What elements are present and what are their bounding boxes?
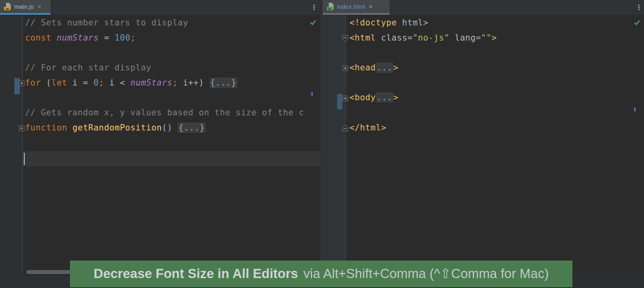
more-options-icon-left[interactable]: ⋮: [310, 2, 318, 13]
editor-tab-bar: JS main.js × ⋮ H index.html × ⋮: [0, 0, 644, 15]
code-line: [25, 45, 316, 60]
code-token: <!doctype: [349, 18, 397, 27]
code-line: <html class="no-js" lang="">: [349, 31, 636, 46]
code-line: <head...>: [349, 60, 636, 76]
code-line: function getRandomPosition() {...}: [25, 121, 316, 136]
banner-action-name: Decrease Font Size in All Editors: [94, 266, 298, 281]
code-token: class: [376, 33, 407, 43]
code-token: </html>: [349, 123, 386, 132]
fold-expand-icon-head[interactable]: [342, 65, 348, 71]
horizontal-scrollbar-thumb[interactable]: [26, 270, 71, 274]
fold-expand-icon-body[interactable]: [342, 95, 348, 101]
fold-expand-icon-function[interactable]: [19, 125, 25, 131]
code-token: >: [393, 63, 398, 72]
code-token: i <: [104, 78, 130, 88]
notification-banner: Decrease Font Size in All Editors via Al…: [70, 261, 572, 287]
code-token: ;: [130, 33, 136, 43]
inspections-ok-icon[interactable]: [309, 19, 317, 26]
gutter-main-js: [0, 15, 23, 275]
js-badge-label: JS: [5, 7, 9, 11]
inspections-ok-icon[interactable]: [633, 19, 641, 26]
code-token: <html: [349, 33, 376, 43]
close-icon[interactable]: ×: [37, 3, 41, 10]
code-line: for (let i = 0; i < numStars; i++) {...}: [25, 76, 316, 91]
fold-expand-icon-for-loop[interactable]: [19, 80, 25, 86]
code-line: // For each star display: [25, 60, 316, 76]
code-line: <body...>: [349, 90, 636, 105]
caret-line-highlight: [23, 151, 320, 166]
code-token: html>: [397, 18, 428, 27]
code-token: // Gets random x, y values based on the …: [25, 108, 304, 117]
fold-region-gutter-highlight: [337, 94, 342, 109]
javascript-file-icon: JS: [4, 2, 12, 11]
editor-index-html[interactable]: <!doctype html><html class="no-js" lang=…: [320, 15, 644, 272]
close-icon[interactable]: ×: [369, 3, 372, 10]
code-token: // For each star display: [25, 63, 151, 72]
code-token: getRandomPosition: [72, 123, 162, 132]
code-token: (: [41, 78, 52, 88]
code-token: 100: [114, 33, 130, 43]
code-token: (): [162, 123, 178, 132]
fold-collapse-icon-html-tag[interactable]: [342, 35, 349, 42]
folded-code-region[interactable]: {...}: [178, 123, 206, 133]
code-token: =: [407, 33, 413, 43]
code-token: const: [25, 33, 56, 43]
code-token: "": [481, 33, 492, 43]
code-line: const numStars = 100;: [25, 31, 316, 46]
text-caret: [24, 153, 25, 165]
code-token: ;: [99, 78, 104, 88]
tab-main-js[interactable]: JS main.js ×: [0, 0, 50, 13]
code-token: <body: [349, 93, 376, 102]
code-area-main-js[interactable]: // Sets number stars to displayconst num…: [25, 16, 316, 136]
code-line: </html>: [349, 121, 636, 136]
code-line: // Gets random x, y values based on the …: [25, 105, 316, 121]
folded-code-region[interactable]: ...: [376, 92, 393, 103]
code-token: <head: [349, 63, 376, 72]
error-stripe-mark[interactable]: [634, 107, 636, 111]
code-line: [349, 76, 636, 91]
folded-code-region[interactable]: ...: [376, 62, 393, 73]
html-file-icon: H: [326, 2, 334, 11]
code-token: i++): [178, 78, 209, 88]
editor-main-js[interactable]: // Sets number stars to displayconst num…: [0, 15, 320, 275]
error-stripe-mark[interactable]: [311, 92, 313, 96]
banner-shortcut-text: via Alt+Shift+Comma (^⇧Comma for Mac): [300, 266, 549, 281]
code-token: =: [99, 33, 114, 43]
code-token: >: [393, 93, 398, 102]
code-token: function: [25, 123, 72, 132]
code-token: for: [25, 78, 41, 88]
code-token: // Sets number stars to display: [25, 18, 188, 27]
code-token: =: [476, 33, 481, 43]
code-token: numStars: [130, 78, 173, 88]
code-token: lang: [450, 33, 476, 43]
code-token: 0: [93, 78, 99, 88]
code-token: i =: [67, 78, 93, 88]
code-token: ;: [173, 78, 178, 88]
folded-code-region[interactable]: {...}: [209, 78, 237, 88]
tab-label: index.html: [337, 3, 365, 10]
ide-window: JS main.js × ⋮ H index.html × ⋮ // Sets …: [0, 0, 644, 288]
code-line: // Sets number stars to display: [25, 16, 316, 31]
more-options-icon-right[interactable]: ⋮: [635, 2, 642, 13]
code-token: numStars: [56, 33, 99, 43]
code-line: [349, 45, 636, 60]
code-line: [349, 105, 636, 121]
code-token: let: [51, 78, 67, 88]
code-area-index-html[interactable]: <!doctype html><html class="no-js" lang=…: [349, 16, 636, 136]
code-token: "no-js": [413, 33, 450, 43]
html-badge-label: H: [329, 7, 331, 11]
code-token: >: [492, 33, 497, 43]
code-line: [25, 90, 316, 105]
tab-index-html[interactable]: H index.html ×: [323, 0, 390, 13]
gutter-index-html: [320, 15, 346, 272]
tab-label: main.js: [14, 3, 34, 10]
code-line: <!doctype html>: [349, 16, 636, 31]
fold-collapse-icon-html-close-tag[interactable]: [342, 124, 349, 132]
